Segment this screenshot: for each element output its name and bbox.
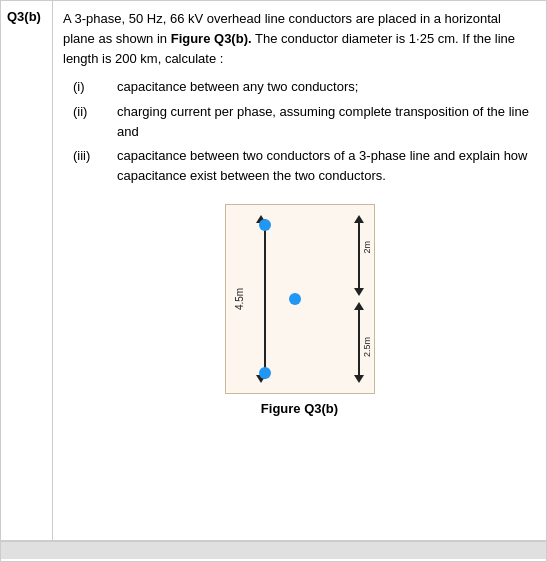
- figure-caption: Figure Q3(b): [261, 401, 338, 416]
- q-label-text: Q3(b): [7, 9, 41, 24]
- figure-diagram: 4.5m 2m 2.5m: [225, 204, 375, 394]
- arrow-right-bot-down: [354, 375, 364, 383]
- arrow-right-top-down: [354, 288, 364, 296]
- arrow-right-top-up: [354, 215, 364, 223]
- bottom-bar: [1, 541, 546, 559]
- intro-paragraph: A 3-phase, 50 Hz, 66 kV overhead line co…: [63, 9, 536, 69]
- sub-text-ii: charging current per phase, assuming com…: [117, 102, 536, 142]
- sub-item-ii: (ii) charging current per phase, assumin…: [73, 102, 536, 142]
- sub-item-i: (i) capacitance between any two conducto…: [73, 77, 536, 97]
- sub-text-iii: capacitance between two conductors of a …: [117, 146, 536, 186]
- question-label: Q3(b): [1, 1, 53, 540]
- figure-container: 4.5m 2m 2.5m Figure Q3(b): [63, 204, 536, 416]
- question-row: Q3(b) A 3-phase, 50 Hz, 66 kV overhead l…: [1, 1, 546, 541]
- sub-label-iii: (iii): [73, 146, 117, 186]
- sub-text-i: capacitance between any two conductors;: [117, 77, 536, 97]
- sub-items-list: (i) capacitance between any two conducto…: [73, 77, 536, 186]
- dim-line-right-bottom: [358, 304, 360, 379]
- sub-label-i: (i): [73, 77, 117, 97]
- page: Q3(b) A 3-phase, 50 Hz, 66 kV overhead l…: [0, 0, 547, 562]
- label-2-5m: 2.5m: [362, 337, 372, 357]
- conductor-dot-bottom: [259, 367, 271, 379]
- label-2m: 2m: [362, 241, 372, 254]
- question-content: A 3-phase, 50 Hz, 66 kV overhead line co…: [53, 1, 546, 540]
- sub-label-ii: (ii): [73, 102, 117, 142]
- vertical-line-left: [264, 219, 266, 379]
- conductor-dot-middle: [289, 293, 301, 305]
- sub-item-iii: (iii) capacitance between two conductors…: [73, 146, 536, 186]
- label-4-5m: 4.5m: [233, 288, 244, 310]
- dim-line-right-top: [358, 219, 360, 294]
- figure-ref-inline: Figure Q3(b).: [171, 31, 252, 46]
- conductor-dot-top: [259, 219, 271, 231]
- arrow-right-bot-up: [354, 302, 364, 310]
